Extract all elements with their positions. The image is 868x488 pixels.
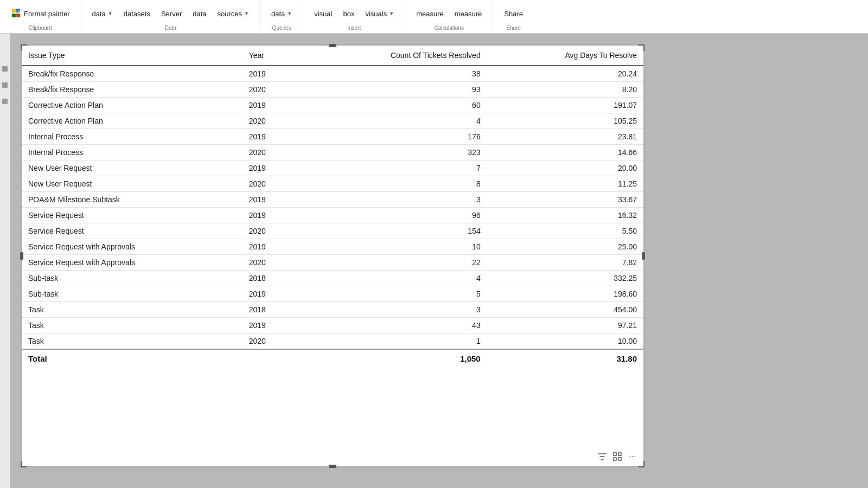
visual-bottom-bar: ··· <box>591 447 643 466</box>
svg-rect-5 <box>618 453 621 455</box>
calculations-section-label: Calculations <box>434 25 463 33</box>
table-row: New User Request2020811.25 <box>22 176 643 192</box>
table-row: Sub-task20195198.60 <box>22 286 643 302</box>
table-row: Task2020110.00 <box>22 333 643 350</box>
left-sidebar <box>0 34 10 488</box>
box-button[interactable]: box <box>339 8 359 20</box>
table-row: Sub-task20184332.25 <box>22 271 643 286</box>
cell-count: 38 <box>297 66 487 82</box>
table-header-row: Issue Type Year Count Of Tickets Resolve… <box>22 46 643 66</box>
canvas-area: Issue Type Year Count Of Tickets Resolve… <box>10 34 868 488</box>
corner-handle-tr[interactable] <box>638 44 644 51</box>
cell-count: 3 <box>297 192 487 208</box>
toolbar: Format painter Clipboard data ▼ datasets… <box>0 0 868 34</box>
format-painter-label: Format painter <box>24 10 70 18</box>
cell-count: 4 <box>297 271 487 286</box>
insert-section-label: Insert <box>347 25 361 33</box>
visuals-dropdown-button[interactable]: visuals ▼ <box>361 8 398 20</box>
cell-year: 2020 <box>242 223 298 239</box>
cell-issue-type: Service Request with Approvals <box>22 239 242 255</box>
cell-avg-days: 105.25 <box>487 113 643 129</box>
cell-avg-days: 332.25 <box>487 271 643 286</box>
data-dropdown-button[interactable]: data ▼ <box>88 8 117 20</box>
cell-avg-days: 198.60 <box>487 286 643 302</box>
share-label: Share <box>504 10 523 18</box>
corner-handle-tl[interactable] <box>21 44 27 51</box>
cell-year: 2020 <box>242 145 298 160</box>
cell-issue-type: Sub-task <box>22 271 242 286</box>
measure2-button[interactable]: measure <box>450 8 487 20</box>
queries-data-dropdown-button[interactable]: data ▼ <box>267 8 296 20</box>
cell-issue-type: Sub-task <box>22 286 242 302</box>
footer-total-label: Total <box>22 349 242 368</box>
svg-rect-0 <box>12 9 16 12</box>
edge-handle-right[interactable] <box>642 252 645 260</box>
datasets-button[interactable]: datasets <box>119 8 155 20</box>
cell-year: 2019 <box>242 318 298 333</box>
sources-label: sources <box>218 10 242 18</box>
cell-year: 2019 <box>242 208 298 223</box>
cell-year: 2019 <box>242 98 298 113</box>
cell-count: 10 <box>297 239 487 255</box>
cell-count: 5 <box>297 286 487 302</box>
focus-mode-icon[interactable] <box>612 451 623 462</box>
cell-year: 2020 <box>242 176 298 192</box>
format-painter-icon <box>11 8 22 20</box>
col-header-issue-type: Issue Type <box>22 46 242 66</box>
table-row: Internal Process202032314.66 <box>22 145 643 160</box>
server-button[interactable]: Server <box>157 8 186 20</box>
cell-year: 2020 <box>242 333 298 350</box>
cell-issue-type: Service Request <box>22 208 242 223</box>
cell-issue-type: New User Request <box>22 160 242 176</box>
toolbar-share-section: Share Share <box>493 0 534 33</box>
toolbar-queries-section: data ▼ Queries <box>260 0 303 33</box>
footer-total-count: 1,050 <box>297 349 487 368</box>
cell-year: 2019 <box>242 239 298 255</box>
cell-year: 2019 <box>242 160 298 176</box>
cell-year: 2020 <box>242 82 298 98</box>
sources-dropdown-button[interactable]: sources ▼ <box>213 8 253 20</box>
format-painter-button[interactable]: Format painter <box>7 5 74 22</box>
svg-rect-2 <box>12 14 16 17</box>
edge-handle-top[interactable] <box>329 44 336 47</box>
toolbar-data-section: data ▼ datasets Server data sources ▼ Da… <box>81 0 260 33</box>
sidebar-icon-1 <box>2 66 8 72</box>
corner-handle-bl[interactable] <box>21 461 27 467</box>
visual-button[interactable]: visual <box>310 8 336 20</box>
table-row: Service Request20201545.50 <box>22 223 643 239</box>
clipboard-section-label: Clipboard <box>29 25 52 33</box>
cell-count: 8 <box>297 176 487 192</box>
edge-handle-left[interactable] <box>20 252 23 260</box>
cell-issue-type: Corrective Action Plan <box>22 113 242 129</box>
table-row: Task20194397.21 <box>22 318 643 333</box>
cell-avg-days: 11.25 <box>487 176 643 192</box>
cell-avg-days: 20.00 <box>487 160 643 176</box>
cell-issue-type: POA&M Milestone Subtask <box>22 192 242 208</box>
cell-year: 2019 <box>242 192 298 208</box>
visual-label: visual <box>314 10 332 18</box>
table-row: Break/fix Response2020938.20 <box>22 82 643 98</box>
cell-count: 323 <box>297 145 487 160</box>
cell-year: 2018 <box>242 302 298 318</box>
svg-rect-6 <box>614 458 616 460</box>
toolbar-clipboard-section: Format painter Clipboard <box>0 0 81 33</box>
measure1-button[interactable]: measure <box>412 8 448 20</box>
data-chevron-icon: ▼ <box>108 11 113 16</box>
datasets-label: datasets <box>124 10 150 18</box>
share-button[interactable]: Share <box>500 8 527 20</box>
cell-year: 2019 <box>242 286 298 302</box>
box-label: box <box>343 10 354 18</box>
more-options-icon[interactable]: ··· <box>627 451 638 462</box>
cell-avg-days: 191.07 <box>487 98 643 113</box>
cell-avg-days: 25.00 <box>487 239 643 255</box>
table-row: Service Request with Approvals2020227.82 <box>22 255 643 271</box>
filter-icon[interactable] <box>597 451 608 462</box>
cell-issue-type: Task <box>22 302 242 318</box>
edge-handle-bottom[interactable] <box>329 465 336 468</box>
cell-avg-days: 20.24 <box>487 66 643 82</box>
data2-label: data <box>193 10 206 18</box>
cell-count: 22 <box>297 255 487 271</box>
data-label: data <box>92 10 106 18</box>
data2-button[interactable]: data <box>188 8 210 20</box>
cell-count: 7 <box>297 160 487 176</box>
